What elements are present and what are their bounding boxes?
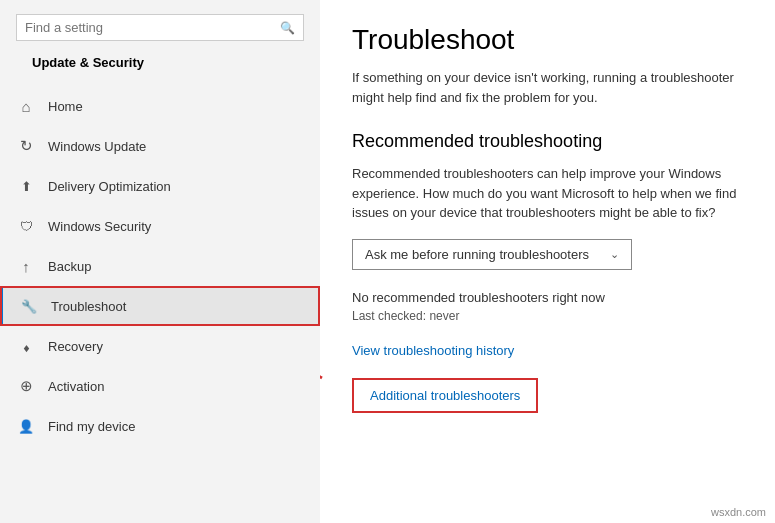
backup-icon xyxy=(16,256,36,276)
nav-recovery[interactable]: Recovery xyxy=(0,326,320,366)
chevron-down-icon: ⌄ xyxy=(610,248,619,261)
watermark: wsxdn.com xyxy=(708,505,769,519)
troubleshoot-icon xyxy=(19,296,39,316)
nav-activation[interactable]: Activation xyxy=(0,366,320,406)
home-icon xyxy=(16,96,36,116)
page-title: Troubleshoot xyxy=(352,24,743,56)
sidebar-header: Update & Security xyxy=(0,0,320,86)
additional-troubleshooters-button[interactable]: Additional troubleshooters xyxy=(352,378,538,413)
nav-delivery-optimization[interactable]: Delivery Optimization xyxy=(0,166,320,206)
search-button[interactable] xyxy=(280,20,295,35)
nav-find-my-device[interactable]: Find my device xyxy=(0,406,320,446)
troubleshoot-dropdown[interactable]: Ask me before running troubleshooters ⌄ xyxy=(352,239,632,270)
sidebar: Update & Security Home Windows Update De… xyxy=(0,0,320,523)
nav-backup[interactable]: Backup xyxy=(0,246,320,286)
update-icon xyxy=(16,136,36,156)
search-input[interactable] xyxy=(25,20,280,35)
nav-label-recovery: Recovery xyxy=(48,339,103,354)
nav-windows-update[interactable]: Windows Update xyxy=(0,126,320,166)
nav-label-home: Home xyxy=(48,99,83,114)
nav-label-windows-update: Windows Update xyxy=(48,139,146,154)
nav-label-troubleshoot: Troubleshoot xyxy=(51,299,126,314)
nav-label-windows-security: Windows Security xyxy=(48,219,151,234)
nav-label-delivery-optimization: Delivery Optimization xyxy=(48,179,171,194)
find-device-icon xyxy=(16,416,36,436)
no-troubleshooters-text: No recommended troubleshooters right now xyxy=(352,290,743,305)
nav-label-activation: Activation xyxy=(48,379,104,394)
nav-troubleshoot[interactable]: Troubleshoot xyxy=(0,286,320,326)
security-icon xyxy=(16,216,36,236)
nav-label-find-my-device: Find my device xyxy=(48,419,135,434)
nav-windows-security[interactable]: Windows Security xyxy=(0,206,320,246)
main-content: Troubleshoot If something on your device… xyxy=(320,0,775,523)
search-box[interactable] xyxy=(16,14,304,41)
settings-window: Update & Security Home Windows Update De… xyxy=(0,0,775,523)
activation-icon xyxy=(16,376,36,396)
section-title: Update & Security xyxy=(16,55,304,78)
dropdown-value: Ask me before running troubleshooters xyxy=(365,247,589,262)
last-checked-text: Last checked: never xyxy=(352,309,743,323)
view-history-link[interactable]: View troubleshooting history xyxy=(352,343,743,358)
nav-label-backup: Backup xyxy=(48,259,91,274)
page-description: If something on your device isn't workin… xyxy=(352,68,743,107)
delivery-icon xyxy=(16,176,36,196)
recommended-description: Recommended troubleshooters can help imp… xyxy=(352,164,743,223)
recovery-icon xyxy=(16,336,36,356)
nav-home[interactable]: Home xyxy=(0,86,320,126)
content-area: Update & Security Home Windows Update De… xyxy=(0,0,775,523)
search-icon xyxy=(280,20,295,35)
recommended-heading: Recommended troubleshooting xyxy=(352,131,743,152)
